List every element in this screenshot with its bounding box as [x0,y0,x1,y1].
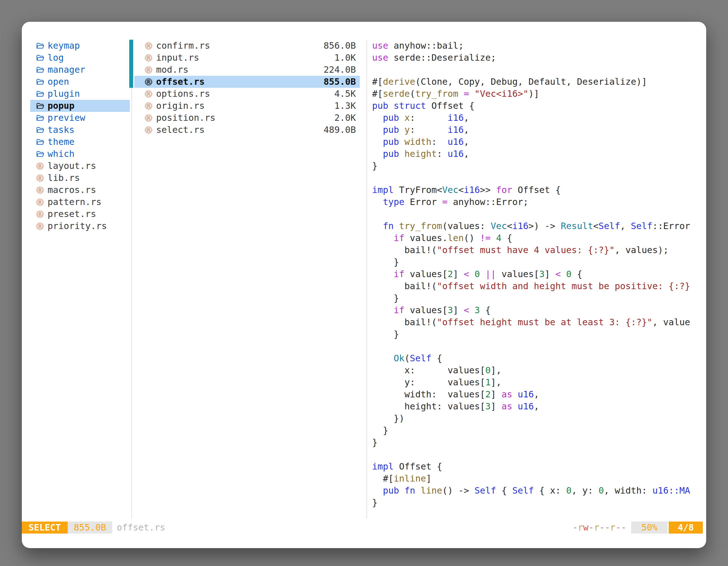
file-item-position-rs[interactable]: Rposition.rs2.0K [134,112,360,124]
file-item-input-rs[interactable]: Rinput.rs1.0K [134,52,360,64]
file-item-mod-rs[interactable]: Rmod.rs224.0B [134,64,360,76]
item-label: manager [48,64,85,76]
folder-item-open[interactable]: open [30,76,130,88]
folder-item-manager[interactable]: manager [30,64,130,76]
rust-file-icon: R [144,54,153,62]
folder-item-plugin[interactable]: plugin [30,88,130,100]
file-size: 1.3K [334,100,356,112]
file-item-preset-rs[interactable]: Rpreset.rs [30,208,130,220]
item-label: which [48,148,74,160]
svg-text:R: R [38,164,42,169]
code-line: x: values[0], [372,364,706,376]
status-bar: SELECT 855.0B offset.rs -rw-r--r-- 50% 4… [22,522,703,534]
folder-open-icon [36,150,44,158]
code-line: width: values[2] as u16, [372,388,706,400]
file-preview-pane[interactable]: use anyhow::bail;use serde::Deserialize;… [367,40,706,509]
folder-open-icon [36,126,44,134]
code-line: use anyhow::bail; [372,40,706,52]
file-item-lib-rs[interactable]: Rlib.rs [30,172,130,184]
code-line: impl Offset { [372,461,706,473]
file-size-badge: 855.0B [68,522,112,534]
item-label: layout.rs [48,160,96,172]
svg-text:R: R [147,104,150,109]
folder-item-log[interactable]: log [30,52,130,64]
code-line: pub width: u16, [372,136,706,148]
file-name: origin.rs [156,100,205,112]
code-line [372,448,706,461]
code-line: #[serde(try_from = "Vec<i16>")] [372,88,706,100]
folder-open-icon [36,66,44,74]
file-name: options.rs [156,88,210,100]
rust-file-icon: R [144,90,153,98]
code-line: pub height: u16, [372,148,706,160]
folder-item-tasks[interactable]: tasks [30,124,130,136]
item-label: macros.rs [48,184,96,196]
folder-item-theme[interactable]: theme [30,136,130,148]
file-item-select-rs[interactable]: Rselect.rs489.0B [134,124,360,136]
pane-divider-left [131,40,132,518]
item-label: popup [48,100,74,112]
folder-open-icon [36,78,44,86]
svg-text:R: R [38,224,42,229]
folder-item-which[interactable]: which [30,148,130,160]
current-directory-pane: Rconfirm.rs856.0BRinput.rs1.0KRmod.rs224… [134,40,360,136]
file-size: 4.5K [334,88,356,100]
item-label: priority.rs [48,220,107,232]
svg-text:R: R [38,200,42,205]
code-line [372,172,706,184]
rust-file-icon: R [144,114,153,122]
item-label: log [48,52,64,64]
rust-file-icon: R [36,222,44,231]
file-item-pattern-rs[interactable]: Rpattern.rs [30,196,130,208]
code-line: }) [372,412,706,424]
rust-file-icon: R [36,162,44,170]
code-line: if values[3] < 3 { [372,304,706,316]
status-right-group: -rw-r--r-- 50% 4/8 [572,522,703,534]
code-line: pub x: i16, [372,112,706,124]
svg-text:R: R [38,212,42,217]
file-size: 224.0B [323,64,356,76]
rust-file-icon: R [144,102,153,110]
rust-file-icon: R [36,186,44,194]
rust-file-icon: R [144,42,153,50]
file-size: 2.0K [334,112,356,124]
item-label: theme [48,136,74,148]
svg-text:R: R [38,176,42,181]
folder-open-icon [36,42,44,50]
mode-badge: SELECT [22,522,68,534]
file-item-layout-rs[interactable]: Rlayout.rs [30,160,130,172]
file-item-priority-rs[interactable]: Rpriority.rs [30,220,130,232]
parent-directory-pane: keymaplogmanageropenpluginpopuppreviewta… [30,40,130,232]
file-size: 489.0B [323,124,356,136]
code-line: pub fn line() -> Self { Self { x: 0, y: … [372,485,706,497]
code-line: use serde::Deserialize; [372,52,706,64]
yazi-window: keymaplogmanageropenpluginpopuppreviewta… [22,22,706,548]
svg-text:R: R [147,43,150,48]
file-name: mod.rs [156,64,189,76]
folder-item-popup[interactable]: popup [30,100,130,112]
item-label: open [48,76,69,88]
rust-file-icon: R [36,198,44,206]
file-size: 855.0B [323,76,356,88]
code-line: } [372,256,706,268]
folder-item-preview[interactable]: preview [30,112,130,124]
rust-file-icon: R [144,126,153,134]
svg-text:R: R [147,67,150,72]
svg-text:R: R [147,116,150,121]
code-line: #[derive(Clone, Copy, Debug, Default, De… [372,76,706,88]
file-name: offset.rs [156,76,205,88]
file-item-options-rs[interactable]: Roptions.rs4.5K [134,88,360,100]
file-item-origin-rs[interactable]: Rorigin.rs1.3K [134,100,360,112]
code-line [372,64,706,76]
file-item-confirm-rs[interactable]: Rconfirm.rs856.0B [134,40,360,52]
code-line: fn try_from(values: Vec<i16>) -> Result<… [372,220,706,232]
code-line: pub y: i16, [372,124,706,136]
code-line: Ok(Self { [372,352,706,364]
file-item-macros-rs[interactable]: Rmacros.rs [30,184,130,196]
svg-text:R: R [147,91,150,97]
svg-text:R: R [38,188,42,193]
folder-item-keymap[interactable]: keymap [30,40,130,52]
code-line: } [372,436,706,448]
file-item-offset-rs[interactable]: Roffset.rs855.0B [134,76,360,88]
file-size: 1.0K [334,52,356,64]
